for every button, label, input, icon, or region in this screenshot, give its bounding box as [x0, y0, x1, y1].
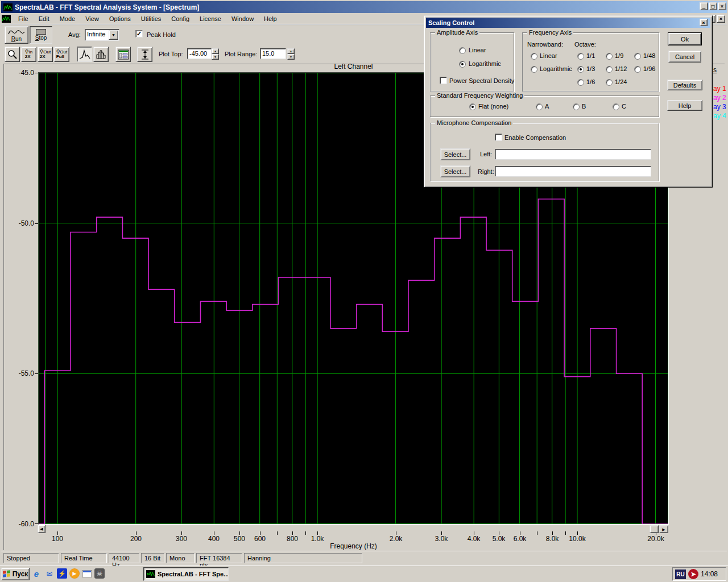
menu-item-file[interactable]: File [13, 14, 34, 23]
dialog-titlebar[interactable]: Scaling Control [426, 18, 710, 28]
octave-1-96-radio[interactable] [634, 66, 641, 73]
ok-button[interactable]: Ok [668, 33, 701, 45]
x-tick-label: 3.0k [425, 535, 457, 543]
octave-1-24-radio[interactable] [606, 79, 613, 86]
overlay-legend-fragment: ay 3 [713, 103, 726, 111]
weighting-c-radio[interactable] [613, 103, 619, 110]
bar-display-button[interactable] [93, 47, 109, 62]
minimize-button[interactable]: _ [700, 2, 708, 10]
magnifier-icon [7, 49, 18, 60]
start-label: Пуск [13, 570, 28, 578]
x-tick-label: 10.0k [561, 535, 593, 543]
octave-1-6-label: 1/6 [586, 78, 595, 85]
task-app-icon [146, 570, 155, 578]
menu-item-window[interactable]: Window [226, 14, 259, 23]
maximize-button[interactable]: □ [709, 2, 717, 10]
flash-app-icon[interactable]: ⚡ [57, 568, 67, 579]
line-display-button[interactable] [77, 47, 92, 62]
weighting-group: Standard Frequency Weighting Flat (none)… [430, 95, 659, 117]
cancel-button[interactable]: Cancel [668, 51, 701, 63]
menu-item-edit[interactable]: Edit [34, 14, 55, 23]
hscroll-right-arrow[interactable]: ▶ [659, 525, 668, 533]
stop-button[interactable]: Stop [30, 26, 52, 44]
select-right-button[interactable]: Select... [440, 165, 470, 177]
zoom-button[interactable] [5, 47, 20, 62]
octave-1-12-radio[interactable] [606, 66, 613, 73]
mdi-close-button[interactable]: × [717, 15, 725, 23]
enable-compensation-checkbox[interactable] [495, 134, 502, 141]
plot-top-input[interactable]: -45.00 [187, 48, 212, 59]
status-cell-2: 44100 Hz [109, 553, 139, 563]
status-cell-1: Real Time [61, 553, 107, 563]
x-tick-label: 6.0k [504, 535, 536, 543]
peak-hold-checkbox[interactable]: ✓ [135, 30, 143, 38]
plot-range-label: Plot Range: [225, 51, 257, 57]
menu-item-utilities[interactable]: Utilities [136, 14, 166, 23]
menu-item-view[interactable]: View [80, 14, 104, 23]
zoom-out-2x-button[interactable]: ⚲Out2X [38, 47, 53, 62]
amplitude-linear-radio[interactable] [459, 47, 466, 54]
zoom-out-full-button[interactable]: ⚲OutFull [54, 47, 69, 62]
language-indicator[interactable]: RU [675, 569, 686, 579]
show-desktop-icon[interactable] [82, 568, 92, 579]
close-button[interactable]: × [718, 2, 726, 10]
mail-icon[interactable]: ✉ [44, 568, 55, 579]
media-player-icon[interactable]: ▶ [69, 568, 80, 579]
x-tick-label: 2.0k [380, 535, 412, 543]
avg-label: Avg: [68, 31, 81, 38]
display-options-button[interactable] [115, 47, 131, 62]
octave-1-6-radio[interactable] [577, 79, 584, 86]
menu-item-mode[interactable]: Mode [55, 14, 81, 23]
mdi-system-icon[interactable] [2, 15, 11, 23]
narrowband-logarithmic-radio[interactable] [531, 66, 537, 73]
hscroll-thumb[interactable] [650, 525, 659, 533]
hscroll-left-arrow[interactable]: ◀ [38, 525, 46, 533]
taskbar-clock[interactable]: 14:08 [701, 570, 718, 578]
taskbar-task-spectralab[interactable]: SpectraLAB - FFT Spe... [143, 567, 229, 581]
weighting-flat-radio[interactable] [469, 103, 476, 110]
plot-top-label: Plot Top: [159, 51, 183, 57]
amplitude-axis-group: Amplitude Axis Linear Logarithmic Power … [430, 32, 514, 92]
weighting-b-radio[interactable] [573, 103, 580, 110]
right-file-label: Right: [478, 168, 494, 175]
left-file-input[interactable] [495, 149, 651, 160]
menu-item-config[interactable]: Config [166, 14, 195, 23]
zoom-in-2x-button[interactable]: ⚲In2X [21, 47, 36, 62]
weighting-a-radio[interactable] [536, 103, 543, 110]
amplitude-logarithmic-radio[interactable] [459, 61, 466, 68]
frequency-axis-group: Frequency Axis Narrowband: Octave: Linea… [522, 32, 659, 92]
octave-1-9-radio[interactable] [606, 53, 613, 60]
psd-checkbox[interactable] [440, 77, 447, 84]
skull-app-icon[interactable]: ☠ [94, 568, 105, 579]
peak-hold-label: Peak Hold [147, 31, 176, 38]
plot-top-spinner[interactable]: ▲▼ [212, 48, 219, 59]
plot-range-input[interactable]: 15.0 [260, 48, 286, 59]
octave-1-48-radio[interactable] [634, 53, 641, 60]
internet-explorer-icon[interactable]: e [31, 568, 42, 579]
status-cell-4: Mono [166, 553, 195, 563]
desktop: SpectraLAB - FFT Spectral Analysis Syste… [0, 0, 728, 582]
run-button[interactable]: Run [5, 26, 28, 44]
start-button[interactable]: Пуск [1, 568, 30, 580]
defaults-button[interactable]: Defaults [667, 80, 702, 90]
plot-range-spinner[interactable]: ▲▼ [287, 48, 295, 59]
window-titlebar[interactable]: SpectraLAB - FFT Spectral Analysis Syste… [1, 1, 727, 13]
menu-item-help[interactable]: Help [259, 14, 282, 23]
frequency-axis-label: Frequency Axis [527, 29, 573, 36]
octave-1-3-radio[interactable] [577, 66, 584, 73]
help-button[interactable]: Help [667, 100, 702, 111]
select-left-button[interactable]: Select... [440, 148, 470, 160]
octave-1-1-radio[interactable] [577, 53, 584, 60]
enable-compensation-label: Enable Compensation [504, 134, 566, 141]
avg-combo-arrow-icon[interactable]: ▼ [109, 30, 118, 40]
scale-range-button[interactable] [137, 47, 152, 62]
y-tick-label: -45.0 [13, 69, 34, 77]
menu-item-options[interactable]: Options [104, 14, 136, 23]
menu-item-license[interactable]: License [195, 14, 226, 23]
dialog-close-button[interactable]: × [700, 19, 708, 26]
right-file-input[interactable] [495, 166, 651, 177]
narrowband-linear-radio[interactable] [531, 53, 537, 60]
y-tick-label: -60.0 [13, 520, 34, 528]
tray-app-icon[interactable]: ➤ [688, 569, 698, 579]
mic-compensation-group: Microphone Compensation Enable Compensat… [430, 123, 659, 181]
